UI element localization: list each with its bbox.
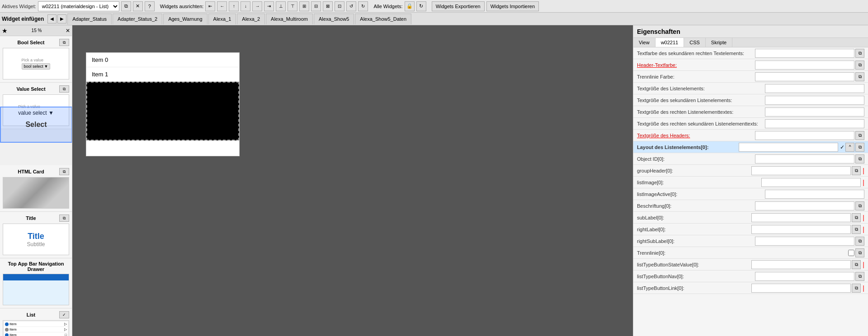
prop-input-19[interactable] — [755, 272, 854, 281]
prop-copy-btn-17[interactable]: ⧉ — [855, 248, 864, 257]
value-select-copy-btn[interactable]: ⧉ — [59, 85, 69, 93]
prop-copy-btn-20[interactable]: ⧉ — [852, 284, 861, 293]
tab-alexa-show5[interactable]: Alexa_Show5 — [314, 14, 354, 24]
prop-copy-btn-19[interactable]: ⧉ — [855, 272, 864, 281]
widget-card-title-header: Title ⧉ — [3, 215, 69, 222]
prop-input-16[interactable] — [755, 237, 854, 246]
prop-input-15[interactable] — [751, 225, 851, 234]
prop-input-13[interactable] — [755, 201, 854, 210]
lock-btn[interactable]: 🔒 — [405, 1, 415, 11]
nav-prev-btn[interactable]: ◀ — [47, 14, 57, 23]
bool-select-btn[interactable]: bool select ▼ — [22, 63, 51, 70]
list-copy-btn[interactable]: ✓ — [59, 311, 69, 318]
tab-alexa-1[interactable]: Alexa_1 — [208, 14, 236, 24]
html-card-preview[interactable] — [3, 177, 69, 209]
prop-copy-btn-18[interactable]: ⧉ — [852, 260, 861, 269]
prop-copy-btn-16[interactable]: ⧉ — [855, 237, 864, 246]
tab-adapter-status[interactable]: Adapter_Status — [67, 14, 112, 24]
tab-skripte[interactable]: Skripte — [706, 38, 732, 47]
list-preview-toggle-3: □ — [65, 333, 67, 336]
value-select-title: Value Select — [3, 86, 59, 92]
prop-input-2[interactable] — [755, 72, 854, 81]
bool-select-copy-btn[interactable]: ⧉ — [59, 39, 69, 46]
close-icon[interactable]: ✕ — [66, 28, 70, 34]
align-btn-2[interactable]: ← — [217, 1, 227, 11]
prop-copy-btn-9[interactable]: ⧉ — [855, 154, 864, 163]
title-subtitle: Subtitle — [27, 241, 45, 247]
canvas-list-widget[interactable]: Item 0 Item 1 — [86, 52, 240, 156]
prop-input-14[interactable] — [751, 213, 851, 222]
prop-row-6: Textgröße des rechten sekundären Listene… — [633, 118, 868, 130]
checkmark-icon: ✓ — [840, 144, 844, 150]
widgets-importieren-btn[interactable]: Widgets Importieren — [486, 1, 539, 11]
toolbar-btn-info[interactable]: ? — [145, 1, 155, 11]
align-btn-7[interactable]: ⊥ — [276, 1, 286, 11]
title-preview[interactable]: Title Subtitle — [3, 224, 69, 255]
widget-card-bool-select: Bool Select ⧉ Pick a value bool select ▼ — [0, 36, 72, 83]
prop-input-6[interactable] — [765, 119, 864, 128]
prop-copy-btn-7[interactable]: ⧉ — [855, 131, 864, 140]
tab-alexa-show5-daten[interactable]: Alexa_Show5_Daten — [355, 14, 411, 24]
tab-ages-warnung[interactable]: Ages_Warnung — [163, 14, 207, 24]
toolbar-btn-copy[interactable]: ⧉ — [121, 1, 131, 11]
tab-alexa-multiroom[interactable]: Alexa_Multiroom — [266, 14, 313, 24]
align-btn-8[interactable]: ⊤ — [288, 1, 297, 11]
prop-input-0[interactable] — [755, 49, 854, 58]
prop-input-18[interactable] — [751, 260, 851, 269]
canvas-area[interactable]: Item 0 Item 1 — [72, 25, 633, 336]
prop-input-1[interactable] — [755, 61, 854, 70]
toolbar-btn-delete[interactable]: ✕ — [133, 1, 143, 11]
prop-copy-btn-2[interactable]: ⧉ — [855, 72, 864, 81]
tab-view[interactable]: View — [633, 38, 656, 47]
align-btn-5[interactable]: → — [252, 1, 262, 11]
star-icon[interactable]: ★ — [2, 27, 8, 34]
align-btn-1[interactable]: ⇤ — [205, 1, 215, 11]
html-card-copy-btn[interactable]: ⧉ — [59, 168, 69, 175]
align-btn-4[interactable]: ↓ — [241, 1, 250, 11]
prop-copy-btn-10[interactable]: ⧉ — [852, 166, 861, 175]
nav-next-btn[interactable]: ▶ — [57, 14, 66, 23]
align-btn-9[interactable]: ⊞ — [299, 1, 309, 11]
right-panel: Eigenschaften View w02211 CSS Skripte Te… — [633, 25, 868, 336]
html-card-title: HTML Card — [3, 169, 59, 174]
top-app-bar-preview[interactable] — [3, 274, 69, 305]
tab-alexa-2[interactable]: Alexa_2 — [237, 14, 265, 24]
align-btn-13[interactable]: ↺ — [346, 1, 356, 11]
prop-checkbox-17[interactable] — [848, 250, 854, 256]
tab-w02211[interactable]: w02211 — [656, 38, 684, 47]
align-btn-3[interactable]: ↑ — [229, 1, 239, 11]
select-overlay[interactable]: Select — [0, 107, 72, 143]
widgets-exportieren-btn[interactable]: Widgets Exportieren — [432, 1, 485, 11]
prop-input-7[interactable] — [755, 131, 854, 140]
tab-adapter-status-2[interactable]: Adapter_Status_2 — [113, 14, 162, 24]
prop-input-8[interactable] — [739, 143, 838, 152]
prop-input-12[interactable] — [765, 190, 864, 199]
prop-expand-btn-8[interactable]: ⧉ — [855, 143, 864, 152]
prop-input-5[interactable] — [765, 107, 864, 117]
prop-input-3[interactable] — [765, 84, 864, 93]
title-copy-btn[interactable]: ⧉ — [59, 215, 69, 222]
prop-input-9[interactable] — [755, 154, 854, 163]
prop-copy-btn-0[interactable]: ⧉ — [855, 49, 864, 58]
prop-copy-btn-1[interactable]: ⧉ — [855, 61, 864, 70]
main-layout: ★ 15 % ✕ Bool Select ⧉ Pick a value bool… — [0, 25, 868, 336]
refresh-btn[interactable]: ↻ — [416, 1, 426, 11]
align-btn-10[interactable]: ⊟ — [311, 1, 321, 11]
prop-copy-btn-15[interactable]: ⧉ — [852, 225, 861, 234]
list-preview[interactable]: Item ▷ Item ▷ Item □ — [3, 320, 69, 336]
prop-input-20[interactable] — [751, 284, 851, 293]
prop-copy-btn-8[interactable]: ^ — [845, 143, 854, 152]
widget-select[interactable]: w02211 (materialdesign - List) — [38, 1, 119, 11]
prop-input-10[interactable] — [751, 166, 851, 175]
prop-copy-btn-13[interactable]: ⧉ — [855, 201, 864, 210]
prop-input-4[interactable] — [765, 96, 864, 105]
align-btn-6[interactable]: ⇥ — [264, 1, 274, 11]
align-btn-12[interactable]: ⊡ — [335, 1, 344, 11]
tab-css[interactable]: CSS — [684, 38, 706, 47]
prop-input-11[interactable] — [761, 178, 861, 187]
align-btn-11[interactable]: ⊠ — [323, 1, 333, 11]
prop-copy-btn-14[interactable]: ⧉ — [852, 213, 861, 222]
list-preview-text-1: Item — [9, 322, 17, 326]
align-btn-14[interactable]: ↻ — [358, 1, 368, 11]
bool-select-preview[interactable]: Pick a value bool select ▼ — [3, 48, 69, 79]
